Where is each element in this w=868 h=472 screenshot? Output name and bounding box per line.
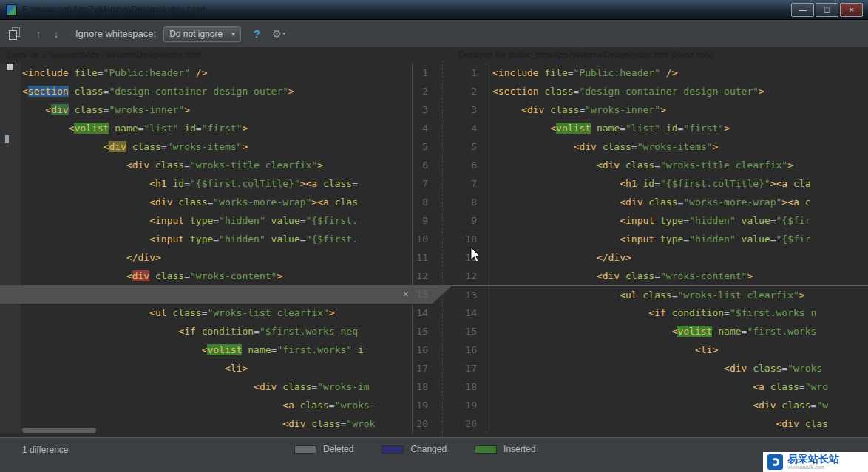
- gutter-marker-icon[interactable]: [5, 135, 9, 143]
- code-token: type: [660, 215, 683, 226]
- code-token: clas: [335, 196, 358, 208]
- code-token: <if: [648, 307, 665, 318]
- code-token: <div: [724, 363, 747, 374]
- maximize-button[interactable]: □: [816, 3, 838, 17]
- code-text[interactable]: <div class="wroks-im: [21, 377, 412, 396]
- code-text[interactable]: <div class="wroks-items">: [486, 137, 868, 156]
- code-text[interactable]: <h1 id="{$first.colTitle}"><a cla: [486, 174, 868, 193]
- next-difference-icon[interactable]: ↓: [47, 20, 65, 48]
- deleted-line-row: ×13: [0, 285, 433, 304]
- code-token: class: [781, 400, 810, 411]
- code-text[interactable]: <h1 id="{$first.colTitle}"><a class=: [21, 174, 412, 193]
- code-token: [149, 160, 155, 171]
- code-text[interactable]: <div class="wroks-content">: [486, 267, 868, 285]
- code-token: =: [770, 233, 776, 244]
- code-text[interactable]: <div class="wroks-inner">: [21, 100, 412, 119]
- code-token: "wroks-inner": [109, 104, 184, 115]
- code-text[interactable]: <li>: [486, 341, 868, 359]
- copy-icon[interactable]: [9, 28, 19, 39]
- code-text[interactable]: <input type="hidden" value="{$first.: [21, 211, 412, 230]
- code-token: ><a: [311, 196, 328, 208]
- code-token: class: [648, 196, 677, 208]
- watermark-subtitle: www.easck.com: [787, 465, 839, 470]
- code-token: name: [115, 123, 138, 134]
- code-text[interactable]: <div clas: [486, 414, 868, 433]
- code-line-row: </div>11: [0, 248, 433, 267]
- dismiss-change-icon[interactable]: ×: [403, 285, 409, 304]
- code-text[interactable]: <section class="design-container design-…: [21, 82, 412, 100]
- horizontal-scrollbar-thumb[interactable]: [22, 428, 96, 433]
- code-text[interactable]: <a class="wroks-: [21, 396, 412, 414]
- code-token: "{$fir: [776, 233, 811, 244]
- code-token: class: [753, 363, 781, 374]
- code-text[interactable]: <div class="wroks-content">: [21, 267, 412, 285]
- code-text[interactable]: <div class="w: [486, 396, 868, 414]
- help-icon[interactable]: ?: [248, 20, 266, 48]
- code-text[interactable]: <ul class="wroks-list clearfix">: [21, 304, 412, 322]
- code-token: class: [603, 141, 631, 152]
- code-text[interactable]: <input type="hidden" value="{$fir: [486, 230, 868, 248]
- code-token: =: [568, 67, 574, 78]
- code-text[interactable]: <input type="hidden" value="{$first.: [21, 230, 412, 248]
- code-text[interactable]: <ul class="wroks-list clearfix">: [486, 286, 868, 304]
- code-token: >: [724, 123, 730, 134]
- code-line-row: <include file="Public:header" />1: [0, 64, 433, 82]
- code-token: [149, 270, 155, 281]
- code-token: name: [597, 123, 620, 134]
- code-text[interactable]: <div class="wroks-title clearfix">: [486, 156, 868, 174]
- code-text[interactable]: </div>: [486, 248, 868, 267]
- gutter-marker-icon[interactable]: [7, 64, 13, 70]
- code-token: [352, 344, 358, 355]
- code-token: div: [109, 141, 126, 152]
- code-text[interactable]: <div class="works-more-wrap"><a c: [486, 193, 868, 211]
- editor-gutter-cell: [0, 193, 21, 211]
- difference-count: 1 difference: [22, 445, 69, 455]
- previous-difference-icon[interactable]: ↑: [30, 20, 47, 48]
- code-text[interactable]: <li>: [21, 359, 412, 377]
- code-token: condition: [202, 326, 254, 337]
- code-token: />: [196, 67, 208, 78]
- code-text[interactable]: <div class="wroks-title clearfix">: [21, 156, 412, 174]
- code-text[interactable]: <input type="hidden" value="{$fir: [486, 211, 868, 230]
- deleted-label: Deleted: [323, 444, 353, 454]
- settings-gear-button[interactable]: ⚙ ▾: [272, 20, 285, 48]
- code-text[interactable]: <div class="wroks: [486, 359, 868, 377]
- minimize-button[interactable]: —: [791, 3, 814, 17]
- code-line-row: 4 <volist name="list" id="first">: [452, 119, 868, 137]
- code-text[interactable]: <div class="works-more-wrap"><a clas: [21, 193, 412, 211]
- code-token: "first": [202, 123, 243, 134]
- code-text[interactable]: <a class="wro: [486, 377, 868, 396]
- code-token: ><a: [770, 178, 787, 189]
- code-text[interactable]: <volist name="first.works" i: [21, 341, 412, 359]
- code-text[interactable]: <include file="Public:header" />: [486, 64, 868, 82]
- code-text[interactable]: <div class="wroks-inner">: [486, 100, 868, 119]
- close-button[interactable]: ×: [840, 3, 863, 17]
- code-token: =: [311, 381, 317, 392]
- code-token: "wrok: [346, 418, 375, 429]
- code-text[interactable]: <volist name="list" id="first">: [21, 119, 412, 137]
- whitespace-dropdown-value: Do not ignore: [169, 29, 223, 39]
- whitespace-dropdown[interactable]: Do not ignore ▾: [163, 26, 241, 42]
- code-token: =: [620, 123, 625, 134]
- code-text[interactable]: ×: [21, 285, 412, 304]
- code-text[interactable]: </div>: [21, 248, 412, 267]
- code-text[interactable]: <include file="Public:header" />: [21, 64, 412, 82]
- editor-gutter-cell: [0, 396, 21, 414]
- code-line-row: <div class="wroks-items">5: [0, 137, 433, 156]
- window-title: E:\wwwroot\App7yl\Home\Design\index.html: [22, 4, 791, 15]
- code-text[interactable]: <if condition="$first.works neq: [21, 322, 412, 341]
- code-text[interactable]: <div class="wroks-items">: [21, 137, 412, 156]
- code-line-row: 1<include file="Public:header" />: [452, 64, 868, 82]
- code-token: value: [742, 215, 770, 226]
- watermark-logo-icon: [767, 454, 783, 470]
- editor-gutter-cell: [0, 100, 21, 119]
- diff-splitter[interactable]: [433, 61, 452, 437]
- code-text[interactable]: <volist name="list" id="first">: [486, 119, 868, 137]
- code-token: class: [323, 178, 352, 189]
- code-token: class: [550, 104, 579, 115]
- code-token: [799, 418, 805, 429]
- code-text[interactable]: <section class="design-container design-…: [486, 82, 868, 100]
- title-bar: E:\wwwroot\App7yl\Home\Design\index.html…: [0, 0, 868, 20]
- code-text[interactable]: <if condition="$first.works n: [486, 304, 868, 322]
- code-text[interactable]: <volist name="first.works: [486, 322, 868, 341]
